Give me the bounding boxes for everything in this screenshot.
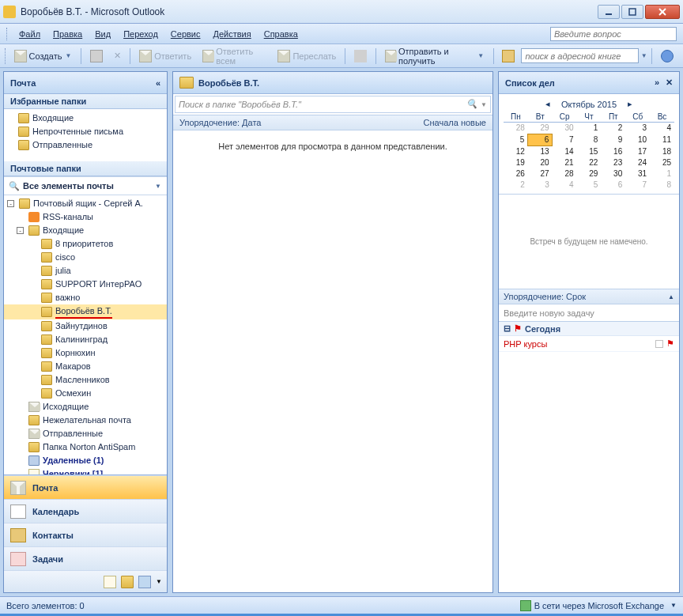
toolbar: Создать▼ ✕ Ответить Ответить всем Пересл…	[0, 44, 683, 68]
connection-status: В сети через Microsoft Exchange	[534, 601, 664, 610]
notes-icon[interactable]	[104, 576, 116, 588]
menu-go[interactable]: Переход	[117, 27, 164, 41]
menu-help[interactable]: Справка	[258, 27, 304, 41]
collapse-icon: ⊟	[504, 323, 511, 334]
delete-button[interactable]: ✕	[109, 48, 126, 63]
menu-actions[interactable]: Действия	[207, 27, 258, 41]
empty-message: Нет элементов для просмотра в данном пре…	[173, 130, 492, 162]
tree-item[interactable]: Масленников	[4, 373, 167, 387]
tree-item[interactable]: Калининград	[4, 333, 167, 346]
date-navigator: ◂ Октябрь 2015 ▸ ПнВтСрЧтПтСбВс282930123…	[499, 94, 679, 194]
send-receive-button[interactable]: Отправить и получить▼	[380, 44, 489, 68]
print-button[interactable]	[85, 47, 108, 65]
forward-button[interactable]: Переслать	[273, 47, 341, 65]
nav-title: Почта «	[4, 72, 167, 94]
shortcuts-icon[interactable]	[138, 576, 151, 588]
navigation-pane: Почта « Избранные папки ВходящиеНепрочте…	[3, 71, 168, 593]
search-dropdown-icon[interactable]: ▼	[477, 101, 487, 108]
calendar-grid[interactable]: ПнВтСрЧтПтСбВс28293012345678910111213141…	[504, 111, 674, 191]
tree-item[interactable]: SUPPORT ИнтерРАО	[4, 278, 167, 291]
tree-item[interactable]: RSS-каналы	[4, 210, 167, 224]
nav-tasks-button[interactable]: Задачи	[4, 546, 167, 570]
status-dropdown-icon[interactable]: ▼	[667, 602, 677, 609]
tree-item[interactable]: Удаленные (1)	[4, 454, 167, 467]
close-button[interactable]	[645, 5, 680, 19]
favorite-item[interactable]: Входящие	[4, 111, 167, 125]
tree-item[interactable]: Макаров	[4, 360, 167, 373]
search-icon: 🔍	[9, 181, 20, 191]
tree-item[interactable]: 8 приоритетов	[4, 237, 167, 251]
folder-icon	[179, 77, 194, 89]
titlebar: Воробьёв В.Т. - Microsoft Outlook	[0, 0, 683, 24]
prev-month-button[interactable]: ◂	[541, 99, 555, 109]
favorites-header[interactable]: Избранные папки	[4, 94, 167, 109]
tree-item[interactable]: Черновики [1]	[4, 467, 167, 474]
folder-search-input[interactable]: Поиск в папке "Воробьёв В.Т." 🔍 ▼	[175, 96, 491, 113]
todo-pane: Список дел » ✕ ◂ Октябрь 2015 ▸ ПнВтСрЧт…	[498, 71, 680, 593]
statusbar: Всего элементов: 0 В сети через Microsof…	[0, 596, 683, 614]
tree-item[interactable]: cisco	[4, 251, 167, 264]
tree-item[interactable]: Папка Norton AntiSpam	[4, 440, 167, 454]
addressbook-button[interactable]	[497, 47, 519, 65]
favorite-item[interactable]: Непрочтенные письма	[4, 125, 167, 138]
status-item-count: Всего элементов: 0	[6, 601, 85, 610]
appointments-empty: Встреч в будущем не намечено.	[499, 194, 679, 289]
nav-contacts-button[interactable]: Контакты	[4, 523, 167, 546]
nav-mail-button[interactable]: Почта	[4, 475, 167, 499]
tree-item[interactable]: Воробьёв В.Т.	[4, 304, 167, 319]
menu-file[interactable]: Файл	[13, 27, 47, 41]
menu-tools[interactable]: Сервис	[164, 27, 207, 41]
task-group-today[interactable]: ⊟ ⚑ Сегодня	[499, 322, 679, 336]
flag-icon[interactable]: ⚑	[666, 338, 674, 349]
task-item[interactable]: PHP курсы ⚑	[499, 336, 679, 352]
new-task-input[interactable]: Введите новую задачу	[499, 304, 679, 322]
favorite-item[interactable]: Отправленные	[4, 138, 167, 152]
outlook-icon	[3, 6, 16, 18]
help-button[interactable]	[656, 47, 678, 65]
categorize-button[interactable]	[349, 47, 372, 65]
tree-item[interactable]: Нежелательная почта	[4, 414, 167, 427]
create-button[interactable]: Создать▼	[9, 47, 77, 65]
minimize-button[interactable]	[598, 5, 620, 19]
nav-collapse-icon[interactable]: «	[156, 78, 160, 88]
addressbook-search-input[interactable]	[521, 48, 639, 63]
todo-close-icon[interactable]: ✕	[666, 77, 673, 88]
task-sort-header[interactable]: Упорядочение: Срок▲	[499, 289, 679, 304]
tree-item[interactable]: Зайнутдинов	[4, 319, 167, 333]
menu-view[interactable]: Вид	[89, 27, 117, 41]
search-icon[interactable]: 🔍	[466, 99, 477, 110]
all-items-row[interactable]: 🔍 Все элементы почты ▼	[4, 176, 167, 195]
sort-header[interactable]: Упорядочение: Дата Сначала новые	[173, 115, 492, 130]
menu-edit[interactable]: Правка	[47, 27, 89, 41]
tree-item[interactable]: Осмехин	[4, 387, 167, 400]
addressbook-dropdown[interactable]: ▼	[640, 52, 647, 59]
tree-item[interactable]: -Входящие	[4, 224, 167, 237]
tree-item[interactable]: Отправленные	[4, 427, 167, 440]
folders-icon[interactable]	[121, 576, 134, 588]
flag-icon: ⚑	[514, 323, 522, 334]
todo-header: Список дел » ✕	[499, 72, 679, 94]
tree-item[interactable]: julia	[4, 264, 167, 278]
tree-item[interactable]: -Почтовый ящик - Сергей А.	[4, 197, 167, 210]
reply-all-button[interactable]: Ответить всем	[198, 44, 271, 68]
folder-header: Воробьёв В.Т.	[173, 72, 492, 94]
nav-overflow-strip: ▼	[4, 570, 167, 592]
tree-item[interactable]: Исходящие	[4, 400, 167, 414]
dropdown-icon[interactable]: ▼	[154, 183, 162, 190]
nav-calendar-button[interactable]: Календарь	[4, 499, 167, 523]
menubar: Файл Правка Вид Переход Сервис Действия …	[0, 24, 683, 44]
nav-configure-icon[interactable]: ▼	[156, 578, 162, 585]
tree-item[interactable]: важно	[4, 291, 167, 304]
category-icon[interactable]	[655, 340, 663, 348]
window-title: Воробьёв В.Т. - Microsoft Outlook	[21, 6, 598, 17]
reply-button[interactable]: Ответить	[134, 47, 196, 65]
todo-expand-icon[interactable]: »	[655, 77, 659, 88]
mail-folders-header[interactable]: Почтовые папки	[4, 161, 167, 176]
svg-rect-1	[629, 9, 636, 15]
month-label[interactable]: Октябрь 2015	[561, 100, 617, 109]
help-question-input[interactable]	[550, 27, 677, 41]
maximize-button[interactable]	[621, 5, 643, 19]
tree-item[interactable]: Корнюхин	[4, 346, 167, 360]
message-list-pane: Воробьёв В.Т. Поиск в папке "Воробьёв В.…	[172, 71, 493, 593]
next-month-button[interactable]: ▸	[623, 99, 637, 109]
